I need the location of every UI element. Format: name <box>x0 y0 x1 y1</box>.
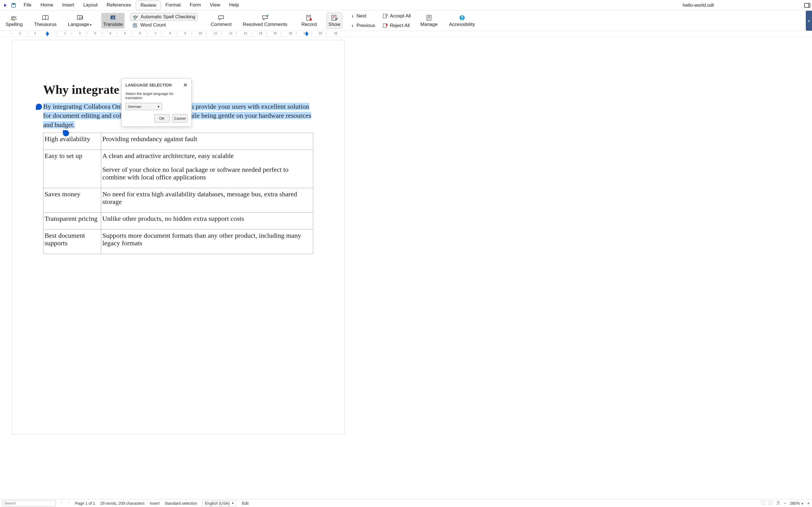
menu-review[interactable]: Review <box>136 1 161 10</box>
translate-label: Translate <box>103 22 123 27</box>
table-cell-value[interactable]: No need for extra high availability data… <box>101 188 313 213</box>
svg-rect-2 <box>12 3 14 5</box>
search-prev-button[interactable]: ˄ <box>61 501 63 505</box>
menu-form[interactable]: Form <box>185 1 206 10</box>
chevron-right-icon: › <box>350 12 355 20</box>
table-cell-value[interactable]: Providing redundancy against fault <box>101 133 313 150</box>
accessibility-check-button[interactable]: Accessibility <box>447 13 477 29</box>
svg-rect-21 <box>332 15 336 20</box>
ribbon-overflow-button[interactable]: » <box>806 11 812 31</box>
reject-all-label: Reject All <box>390 23 410 29</box>
language-status[interactable]: English (USA)▼ <box>202 500 237 506</box>
svg-marker-37 <box>46 34 49 36</box>
zoom-level[interactable]: 280% ▼ <box>790 501 804 506</box>
auto-spell-label: Automatic Spell Checking <box>141 14 195 20</box>
menu-insert[interactable]: Insert <box>58 1 79 10</box>
selection-mode[interactable]: Standard selection <box>165 501 197 506</box>
status-doc-icon[interactable] <box>761 501 765 506</box>
reject-all-button[interactable]: Reject All <box>380 21 413 30</box>
selection-handle-end[interactable] <box>63 130 69 136</box>
sidebar-toggle-icon[interactable] <box>804 3 810 8</box>
previous-change-button[interactable]: ‹ Previous <box>348 21 377 30</box>
svg-marker-0 <box>4 4 7 7</box>
spelling-button[interactable]: abc Spelling <box>4 13 24 29</box>
spellcheck-auto-icon: abc <box>133 14 139 19</box>
show-changes-icon <box>331 14 338 21</box>
status-doc2-icon[interactable] <box>769 501 772 506</box>
menu-view[interactable]: View <box>206 1 225 10</box>
menu-format[interactable]: Format <box>161 1 185 10</box>
menu-file[interactable]: File <box>19 1 36 10</box>
language-icon: 文A <box>76 14 84 21</box>
document-title: hello-world.odt <box>682 3 731 8</box>
dialog-close-button[interactable]: ✕ <box>183 82 188 88</box>
svg-marker-36 <box>46 31 49 34</box>
status-person-icon[interactable] <box>776 501 780 506</box>
next-change-button[interactable]: › Next <box>348 11 377 20</box>
zoom-out-button[interactable]: − <box>784 501 786 506</box>
accessibility-icon <box>458 14 466 21</box>
accept-all-button[interactable]: Accept All <box>380 11 413 20</box>
status-bar: ˄ ˅ Page 1 of 1 29 words, 209 characters… <box>0 499 812 507</box>
document-workspace: Why integrate By integrating Collabora O… <box>0 37 812 499</box>
edit-mode[interactable]: Edit <box>242 501 249 506</box>
manage-changes-button[interactable]: Manage <box>419 13 439 29</box>
insert-mode[interactable]: Insert <box>150 501 160 506</box>
menu-layout[interactable]: Layout <box>79 1 102 10</box>
translate-icon: 文A <box>109 14 117 21</box>
dialog-hint: Select the target language for translati… <box>125 92 188 100</box>
table-cell-key[interactable]: Best document supports <box>43 230 101 254</box>
target-language-dropdown[interactable]: German ▾ <box>125 103 162 110</box>
spelling-label: Spelling <box>6 22 23 27</box>
show-label: Show <box>328 22 341 27</box>
horizontal-ruler[interactable]: 2|1|1|2|3|4|5|6|7|8|9|10|11|12|13|14|15|… <box>0 31 812 37</box>
selection-handle-start[interactable] <box>36 104 42 110</box>
language-label: Language▾ <box>68 22 92 27</box>
show-changes-button[interactable]: Show <box>326 13 343 29</box>
word-char-count[interactable]: 29 words, 209 characters <box>100 501 145 506</box>
language-selection-dialog: LANGUAGE SELECTION ✕ Select the target l… <box>121 78 192 127</box>
search-next-button[interactable]: ˅ <box>68 501 70 505</box>
record-label: Record <box>301 22 317 27</box>
manage-label: Manage <box>420 22 438 27</box>
word-count-button[interactable]: abc12 Word Count <box>130 21 198 29</box>
accept-all-label: Accept All <box>390 13 411 19</box>
svg-rect-40 <box>762 501 765 505</box>
dropdown-value: German <box>128 105 141 109</box>
table-cell-key[interactable]: Saves money <box>43 188 101 213</box>
save-button[interactable] <box>10 3 17 8</box>
thesaurus-label: Thesaurus <box>34 22 57 27</box>
menu-home[interactable]: Home <box>36 1 57 10</box>
ok-button[interactable]: OK <box>154 114 169 122</box>
translate-button[interactable]: 文A Translate <box>101 13 124 29</box>
record-icon <box>305 14 313 21</box>
reject-icon <box>383 22 388 29</box>
comment-button[interactable]: + Comment <box>209 13 233 29</box>
page-indicator[interactable]: Page 1 of 1 <box>75 501 95 506</box>
language-button[interactable]: 文A Language▾ <box>66 13 94 29</box>
resolved-comments-button[interactable]: Resolved Comments <box>241 13 289 29</box>
record-changes-button[interactable]: Record <box>300 13 319 29</box>
svg-marker-38 <box>305 31 308 34</box>
table-cell-value[interactable]: A clean and attractive architecture, eas… <box>101 150 313 188</box>
thesaurus-button[interactable]: Thesaurus <box>33 13 58 29</box>
table-cell-value[interactable]: Unlike other products, no hidden extra s… <box>101 213 313 230</box>
accessibility-label: Accessibility <box>449 22 475 27</box>
table-cell-key[interactable]: Easy to set up <box>43 150 101 188</box>
table-cell-key[interactable]: Transparent pricing <box>43 213 101 230</box>
cancel-button[interactable]: Cancel <box>172 114 188 122</box>
zoom-in-button[interactable]: + <box>807 501 810 506</box>
auto-spell-check-button[interactable]: abc Automatic Spell Checking <box>130 13 198 21</box>
menu-help[interactable]: Help <box>225 1 244 10</box>
feature-table[interactable]: High availabilityProviding redundancy ag… <box>43 133 313 254</box>
comment-icon: + <box>217 14 225 21</box>
table-cell-value[interactable]: Supports more document formats than any … <box>101 230 313 254</box>
menu-references[interactable]: References <box>102 1 136 10</box>
svg-text:2: 2 <box>136 25 137 27</box>
svg-text:1: 1 <box>133 25 135 27</box>
table-cell-key[interactable]: High availability <box>43 133 101 150</box>
menu-bar: FileHomeInsertLayoutReferencesReviewForm… <box>0 0 812 11</box>
word-count-label: Word Count <box>140 22 166 28</box>
svg-point-43 <box>777 501 779 503</box>
search-input[interactable] <box>2 500 56 506</box>
